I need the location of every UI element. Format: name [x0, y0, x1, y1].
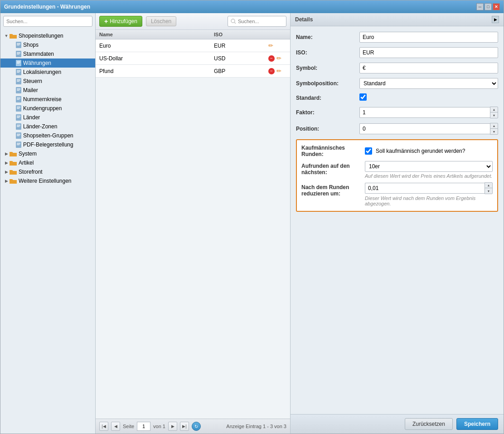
kaufmaennisches-text: Soll kaufmännisch gerundet werden?: [376, 148, 465, 154]
svg-rect-6: [17, 53, 20, 54]
table-row[interactable]: Euro EUR ✏: [96, 39, 290, 52]
expand-icon: [10, 96, 16, 102]
search-icon: [231, 19, 236, 24]
name-row: Name:: [296, 32, 498, 43]
svg-rect-11: [17, 63, 19, 63]
next-page-button[interactable]: ▶: [168, 422, 177, 431]
standard-checkbox[interactable]: [359, 93, 367, 101]
aufrunden-field: 10er 5er 1er 0.5er 0.1er 0.05er 0.01er A…: [365, 161, 493, 179]
reduzieren-input[interactable]: [365, 183, 485, 194]
sidebar-item-waehrungen[interactable]: Währungen: [0, 59, 95, 68]
table-footer: |◀ ◀ Seite von 1 ▶ ▶| ↻ Anzeige Eintrag …: [96, 419, 290, 434]
symbolposition-field: Standard Vor dem Preis Nach dem Preis: [359, 78, 498, 89]
delete-icon[interactable]: −: [268, 68, 275, 74]
maximize-button[interactable]: □: [485, 3, 492, 10]
expand-icon: [10, 105, 16, 112]
sidebar-item-laender-zonen[interactable]: Länder-Zonen: [0, 122, 95, 131]
edit-icon[interactable]: ✏: [276, 55, 281, 62]
refresh-button[interactable]: ↻: [192, 422, 201, 431]
sidebar-search-input[interactable]: [3, 16, 92, 27]
svg-rect-35: [17, 117, 19, 118]
sidebar-item-nummernkreise[interactable]: Nummernkreise: [0, 95, 95, 104]
page-icon: [16, 132, 21, 139]
save-button[interactable]: Speichern: [456, 418, 498, 430]
folder-open-icon: [10, 33, 17, 39]
reset-button[interactable]: Zurücksetzen: [405, 418, 453, 430]
faktor-spinner-up[interactable]: ▲: [490, 107, 498, 112]
sidebar-item-stammdaten[interactable]: Stammdaten: [0, 49, 95, 59]
kaufmaennisches-checkbox[interactable]: [365, 147, 372, 155]
sidebar-item-label: Weitere Einstellungen: [19, 178, 72, 184]
reduzieren-note: Dieser Wert wird nach dem Runden vom Erg…: [365, 195, 493, 206]
page-icon: [16, 105, 21, 112]
reduzieren-spinner-down[interactable]: ▼: [485, 188, 492, 194]
sidebar-item-system[interactable]: ▶ System: [0, 149, 95, 158]
titlebar-buttons: ─ □ ✕: [476, 3, 500, 10]
sidebar-item-artikel[interactable]: ▶ Artikel: [0, 158, 95, 167]
sidebar-item-mailer[interactable]: Mailer: [0, 86, 95, 95]
position-spinner-up[interactable]: ▲: [490, 123, 498, 129]
svg-rect-18: [17, 80, 20, 81]
table-row[interactable]: Pfund GBP − ✏: [96, 65, 290, 78]
delete-button[interactable]: Löschen: [146, 16, 176, 26]
position-label: Position:: [296, 126, 359, 132]
add-button[interactable]: + Hinzufügen: [99, 16, 142, 27]
sidebar-item-label: Mailer: [23, 87, 38, 93]
delete-button-label: Löschen: [151, 18, 171, 24]
page-number-input[interactable]: [137, 422, 150, 431]
iso-input[interactable]: [359, 47, 498, 58]
row-iso: EUR: [214, 43, 268, 49]
sidebar-item-pdf-belegerstellung[interactable]: PDF-Belegerstellung: [0, 140, 95, 149]
center-search-input[interactable]: [238, 19, 283, 24]
last-page-button[interactable]: ▶|: [180, 422, 189, 431]
sidebar-item-shopseiten-gruppen[interactable]: Shopseiten-Gruppen: [0, 131, 95, 140]
sidebar-item-label: Länder: [23, 114, 40, 121]
row-name: US-Dollar: [99, 55, 214, 62]
row-name: Euro: [99, 43, 214, 49]
svg-rect-43: [17, 136, 19, 136]
svg-rect-5: [17, 52, 20, 53]
prev-page-button[interactable]: ◀: [111, 422, 120, 431]
symbolposition-select[interactable]: Standard Vor dem Preis Nach dem Preis: [359, 78, 498, 89]
edit-icon[interactable]: ✏: [276, 68, 281, 74]
faktor-input[interactable]: [359, 107, 490, 118]
page-icon: [16, 60, 21, 66]
row-name: Pfund: [99, 68, 214, 74]
svg-rect-25: [17, 98, 20, 98]
sidebar-item-lokalisierungen[interactable]: Lokalisierungen: [0, 68, 95, 77]
page-icon: [16, 69, 21, 75]
details-collapse-button[interactable]: ▶: [492, 16, 499, 23]
svg-rect-13: [17, 70, 20, 71]
edit-icon[interactable]: ✏: [268, 42, 273, 49]
minimize-button[interactable]: ─: [476, 3, 484, 10]
first-page-button[interactable]: |◀: [99, 422, 108, 431]
sidebar-item-laender[interactable]: Länder: [0, 113, 95, 122]
reduzieren-spinner-up[interactable]: ▲: [485, 183, 492, 188]
name-input[interactable]: [359, 32, 498, 43]
position-spinner-down[interactable]: ▼: [490, 129, 498, 134]
sidebar-item-weitere-einstellungen[interactable]: ▶ Weitere Einstellungen: [0, 176, 95, 185]
expand-icon: [10, 123, 16, 130]
page-icon: [16, 114, 21, 121]
symbolposition-row: Symbolposition: Standard Vor dem Preis N…: [296, 78, 498, 89]
position-input[interactable]: [359, 123, 490, 134]
symbol-input[interactable]: [359, 63, 498, 73]
delete-icon[interactable]: −: [268, 55, 275, 62]
center-panel: + Hinzufügen Löschen Name ISO: [96, 13, 291, 434]
expand-icon: ▼: [3, 33, 10, 39]
close-button[interactable]: ✕: [493, 3, 500, 10]
svg-rect-19: [17, 81, 19, 82]
sidebar-item-shops[interactable]: Shops: [0, 40, 95, 49]
sidebar-item-kundengruppen[interactable]: Kundengruppen: [0, 104, 95, 113]
aufrunden-select[interactable]: 10er 5er 1er 0.5er 0.1er 0.05er 0.01er: [365, 161, 493, 172]
sidebar-item-storefront[interactable]: ▶ Storefront: [0, 167, 95, 176]
table-row[interactable]: US-Dollar USD − ✏: [96, 52, 290, 65]
folder-icon: [10, 160, 17, 166]
faktor-spinner-down[interactable]: ▼: [490, 112, 498, 118]
svg-rect-39: [17, 127, 19, 127]
folder-icon: [10, 151, 17, 156]
faktor-spinner-buttons: ▲ ▼: [490, 107, 498, 118]
sidebar-item-shopeinstellungen[interactable]: ▼ Shopeinstellungen: [0, 31, 95, 40]
page-icon: [16, 78, 21, 84]
sidebar-item-steuern[interactable]: Steuern: [0, 77, 95, 86]
